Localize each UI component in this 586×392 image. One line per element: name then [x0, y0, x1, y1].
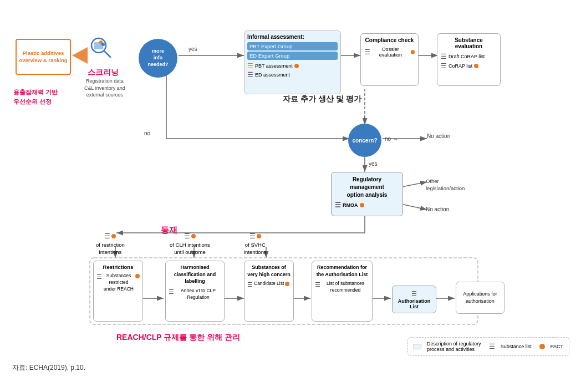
harmonised-box: Harmonisedclassification andlabelling ☰ …: [165, 261, 225, 322]
main-container: Plastic additives overview & ranking 스크리…: [0, 0, 586, 392]
more-info-circle: moreinfoneeded?: [139, 39, 177, 78]
diagram: Plastic additives overview & ranking 스크리…: [6, 6, 580, 377]
authorisation-list-box: ☰ Authorisation List: [392, 286, 436, 313]
legend-box: Description of regulatoryprocess and act…: [407, 337, 569, 356]
plastic-additives-box: Plastic additives overview & ranking: [16, 39, 71, 75]
no-label-concern: no →: [385, 136, 398, 142]
no-action-2: No action: [426, 206, 449, 212]
svg-line-27: [104, 51, 111, 58]
clh-intentions-label: ☰ of CLH intentionsuntil outcome: [170, 232, 210, 256]
compliance-check-box: Compliance check ☰ Dossier evaluation: [360, 33, 419, 86]
svg-marker-2: [72, 47, 88, 64]
priority-label: 용출잠재력 기반우선순위 선정: [13, 88, 58, 106]
svhc-intentions-label: ☰ of SVHCintentions: [244, 232, 267, 256]
no-label-1: no: [144, 130, 150, 136]
restrictions-box: Restrictions ☰ Substances restricted und…: [93, 261, 143, 322]
yes-label-concern: yes: [369, 161, 378, 167]
other-legislation-label: Otherlegislation/action: [426, 177, 465, 192]
pact-legend-label: PACT: [551, 344, 563, 349]
svhc-box: Substances ofvery high concern ☰ Candida…: [244, 261, 294, 322]
description-legend-label: Description of regulatoryprocess and act…: [427, 341, 481, 352]
screening-label: 스크리닝: [88, 68, 119, 78]
concern-circle: concern?: [348, 124, 381, 157]
description-legend-box: [414, 344, 421, 349]
recommendation-box: Recommendation forthe Authorisation List…: [312, 261, 373, 322]
reach-clp-label: REACH/CLP 규제를 통한 위해 관리: [116, 333, 240, 343]
informal-assessment-group: Informal assessment: PBT Expert Group ED…: [244, 30, 341, 94]
rmoa-box: Regulatorymanagementoption analysis ☰ RM…: [331, 172, 403, 216]
substance-evaluation-box: Substance evaluation ☰ Draft CoRAP list …: [437, 33, 501, 86]
substance-list-legend-label: Substance list: [501, 344, 532, 349]
data-generation-label: 자료 추가 생산 및 평가: [283, 94, 361, 104]
restriction-intentions-label: ☰ of restrictionintentions: [96, 232, 125, 256]
registration-data-label: Registration dataC&L inventory andextern…: [84, 78, 125, 99]
pact-dot: [539, 344, 545, 349]
no-action-1: No action: [427, 133, 450, 139]
source-label: 자료: ECHA(2019), p.10.: [12, 363, 85, 373]
applications-box: Applications forauthorisation: [456, 282, 505, 314]
screening-icon-area: [88, 34, 121, 68]
yes-label-1: yes: [188, 46, 197, 52]
svg-point-30: [101, 43, 105, 46]
